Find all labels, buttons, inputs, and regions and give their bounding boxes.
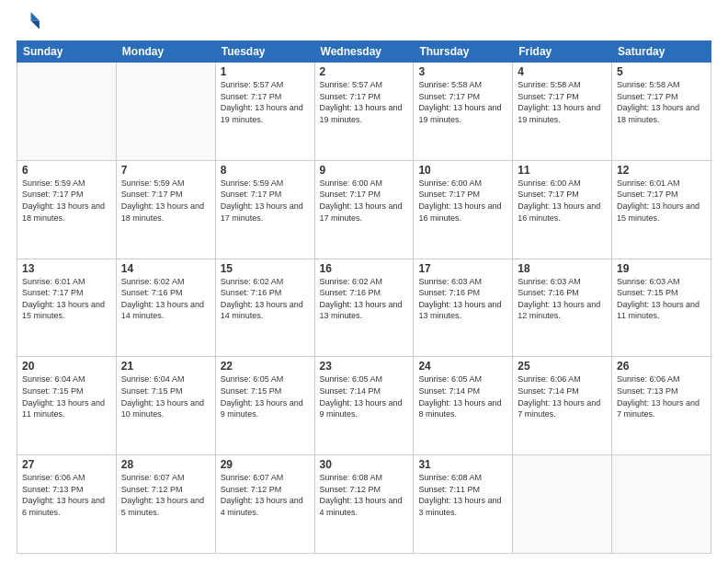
calendar-cell: 24Sunrise: 6:05 AM Sunset: 7:14 PM Dayli…	[414, 357, 513, 455]
day-info: Sunrise: 6:06 AM Sunset: 7:13 PM Dayligh…	[617, 373, 706, 419]
calendar-week-2: 6Sunrise: 5:59 AM Sunset: 7:17 PM Daylig…	[17, 160, 711, 259]
day-info: Sunrise: 6:08 AM Sunset: 7:11 PM Dayligh…	[418, 472, 507, 518]
day-number: 29	[221, 458, 310, 471]
calendar-cell: 29Sunrise: 6:07 AM Sunset: 7:12 PM Dayli…	[215, 455, 314, 554]
day-number: 3	[418, 65, 507, 78]
calendar-cell: 18Sunrise: 6:03 AM Sunset: 7:16 PM Dayli…	[513, 259, 612, 357]
day-number: 27	[22, 458, 111, 471]
day-number: 9	[320, 164, 409, 177]
day-number: 11	[518, 164, 607, 177]
day-number: 17	[418, 262, 507, 275]
day-number: 22	[221, 360, 310, 373]
day-info: Sunrise: 6:03 AM Sunset: 7:16 PM Dayligh…	[418, 276, 507, 322]
calendar-cell: 10Sunrise: 6:00 AM Sunset: 7:17 PM Dayli…	[414, 160, 513, 259]
day-number: 10	[418, 164, 507, 177]
day-info: Sunrise: 6:00 AM Sunset: 7:17 PM Dayligh…	[418, 178, 507, 224]
day-header-monday: Monday	[116, 41, 215, 63]
day-number: 5	[617, 65, 706, 78]
day-info: Sunrise: 6:04 AM Sunset: 7:15 PM Dayligh…	[22, 373, 111, 419]
day-info: Sunrise: 6:06 AM Sunset: 7:14 PM Dayligh…	[518, 373, 607, 419]
calendar-cell: 30Sunrise: 6:08 AM Sunset: 7:12 PM Dayli…	[314, 455, 414, 554]
calendar-cell: 22Sunrise: 6:05 AM Sunset: 7:15 PM Dayli…	[215, 357, 314, 455]
day-number: 24	[418, 360, 507, 373]
calendar-cell: 7Sunrise: 5:59 AM Sunset: 7:17 PM Daylig…	[116, 160, 215, 259]
calendar-cell: 8Sunrise: 5:59 AM Sunset: 7:17 PM Daylig…	[215, 160, 314, 259]
day-number: 8	[221, 164, 310, 177]
calendar-cell: 6Sunrise: 5:59 AM Sunset: 7:17 PM Daylig…	[17, 160, 117, 259]
day-header-wednesday: Wednesday	[314, 41, 414, 63]
day-info: Sunrise: 6:00 AM Sunset: 7:17 PM Dayligh…	[518, 178, 607, 224]
calendar-cell: 12Sunrise: 6:01 AM Sunset: 7:17 PM Dayli…	[612, 160, 711, 259]
calendar-cell: 9Sunrise: 6:00 AM Sunset: 7:17 PM Daylig…	[314, 160, 414, 259]
day-number: 6	[22, 164, 111, 177]
calendar-cell: 27Sunrise: 6:06 AM Sunset: 7:13 PM Dayli…	[17, 455, 117, 554]
calendar-cell: 19Sunrise: 6:03 AM Sunset: 7:15 PM Dayli…	[612, 259, 711, 357]
day-number: 7	[121, 164, 210, 177]
day-number: 2	[320, 65, 409, 78]
day-info: Sunrise: 6:00 AM Sunset: 7:17 PM Dayligh…	[320, 178, 409, 224]
day-number: 30	[320, 458, 409, 471]
day-header-sunday: Sunday	[17, 41, 117, 63]
calendar-cell	[116, 63, 215, 161]
day-info: Sunrise: 5:57 AM Sunset: 7:17 PM Dayligh…	[320, 79, 409, 125]
day-info: Sunrise: 5:58 AM Sunset: 7:17 PM Dayligh…	[418, 79, 507, 125]
calendar-week-3: 13Sunrise: 6:01 AM Sunset: 7:17 PM Dayli…	[17, 259, 711, 357]
calendar-week-1: 1Sunrise: 5:57 AM Sunset: 7:17 PM Daylig…	[17, 63, 711, 161]
calendar: SundayMondayTuesdayWednesdayThursdayFrid…	[17, 40, 711, 554]
day-header-thursday: Thursday	[414, 41, 513, 63]
day-info: Sunrise: 6:02 AM Sunset: 7:16 PM Dayligh…	[320, 276, 409, 322]
calendar-cell: 23Sunrise: 6:05 AM Sunset: 7:14 PM Dayli…	[314, 357, 414, 455]
day-info: Sunrise: 6:07 AM Sunset: 7:12 PM Dayligh…	[121, 472, 210, 518]
day-info: Sunrise: 6:01 AM Sunset: 7:17 PM Dayligh…	[22, 276, 111, 322]
page: SundayMondayTuesdayWednesdayThursdayFrid…	[0, 0, 728, 563]
day-info: Sunrise: 6:07 AM Sunset: 7:12 PM Dayligh…	[221, 472, 310, 518]
day-info: Sunrise: 5:59 AM Sunset: 7:17 PM Dayligh…	[22, 178, 111, 224]
day-info: Sunrise: 6:06 AM Sunset: 7:13 PM Dayligh…	[22, 472, 111, 518]
header	[17, 9, 711, 35]
day-info: Sunrise: 5:57 AM Sunset: 7:17 PM Dayligh…	[221, 79, 310, 125]
calendar-cell: 26Sunrise: 6:06 AM Sunset: 7:13 PM Dayli…	[612, 357, 711, 455]
day-number: 1	[221, 65, 310, 78]
calendar-cell	[612, 455, 711, 554]
calendar-header-row: SundayMondayTuesdayWednesdayThursdayFrid…	[17, 41, 711, 63]
day-info: Sunrise: 6:02 AM Sunset: 7:16 PM Dayligh…	[121, 276, 210, 322]
day-number: 19	[617, 262, 706, 275]
day-number: 16	[320, 262, 409, 275]
calendar-cell: 3Sunrise: 5:58 AM Sunset: 7:17 PM Daylig…	[414, 63, 513, 161]
day-number: 14	[121, 262, 210, 275]
calendar-cell: 17Sunrise: 6:03 AM Sunset: 7:16 PM Dayli…	[414, 259, 513, 357]
day-number: 28	[121, 458, 210, 471]
calendar-cell: 31Sunrise: 6:08 AM Sunset: 7:11 PM Dayli…	[414, 455, 513, 554]
day-info: Sunrise: 6:03 AM Sunset: 7:15 PM Dayligh…	[617, 276, 706, 322]
calendar-cell	[513, 455, 612, 554]
day-info: Sunrise: 6:04 AM Sunset: 7:15 PM Dayligh…	[121, 373, 210, 419]
day-number: 25	[518, 360, 607, 373]
day-info: Sunrise: 6:05 AM Sunset: 7:14 PM Dayligh…	[418, 373, 507, 419]
calendar-cell: 28Sunrise: 6:07 AM Sunset: 7:12 PM Dayli…	[116, 455, 215, 554]
calendar-cell: 13Sunrise: 6:01 AM Sunset: 7:17 PM Dayli…	[17, 259, 117, 357]
calendar-cell: 25Sunrise: 6:06 AM Sunset: 7:14 PM Dayli…	[513, 357, 612, 455]
day-info: Sunrise: 6:02 AM Sunset: 7:16 PM Dayligh…	[221, 276, 310, 322]
day-number: 18	[518, 262, 607, 275]
svg-marker-0	[31, 12, 40, 20]
calendar-cell: 14Sunrise: 6:02 AM Sunset: 7:16 PM Dayli…	[116, 259, 215, 357]
calendar-week-5: 27Sunrise: 6:06 AM Sunset: 7:13 PM Dayli…	[17, 455, 711, 554]
day-number: 13	[22, 262, 111, 275]
day-header-tuesday: Tuesday	[215, 41, 314, 63]
day-info: Sunrise: 5:58 AM Sunset: 7:17 PM Dayligh…	[617, 79, 706, 125]
day-info: Sunrise: 5:58 AM Sunset: 7:17 PM Dayligh…	[518, 79, 607, 125]
day-number: 26	[617, 360, 706, 373]
day-info: Sunrise: 6:05 AM Sunset: 7:14 PM Dayligh…	[320, 373, 409, 419]
calendar-cell: 11Sunrise: 6:00 AM Sunset: 7:17 PM Dayli…	[513, 160, 612, 259]
calendar-week-4: 20Sunrise: 6:04 AM Sunset: 7:15 PM Dayli…	[17, 357, 711, 455]
day-info: Sunrise: 6:08 AM Sunset: 7:12 PM Dayligh…	[320, 472, 409, 518]
day-number: 4	[518, 65, 607, 78]
day-number: 31	[418, 458, 507, 471]
calendar-cell: 16Sunrise: 6:02 AM Sunset: 7:16 PM Dayli…	[314, 259, 414, 357]
day-number: 20	[22, 360, 111, 373]
day-info: Sunrise: 5:59 AM Sunset: 7:17 PM Dayligh…	[121, 178, 210, 224]
calendar-cell: 21Sunrise: 6:04 AM Sunset: 7:15 PM Dayli…	[116, 357, 215, 455]
day-header-friday: Friday	[513, 41, 612, 63]
calendar-cell	[17, 63, 117, 161]
calendar-cell: 2Sunrise: 5:57 AM Sunset: 7:17 PM Daylig…	[314, 63, 414, 161]
